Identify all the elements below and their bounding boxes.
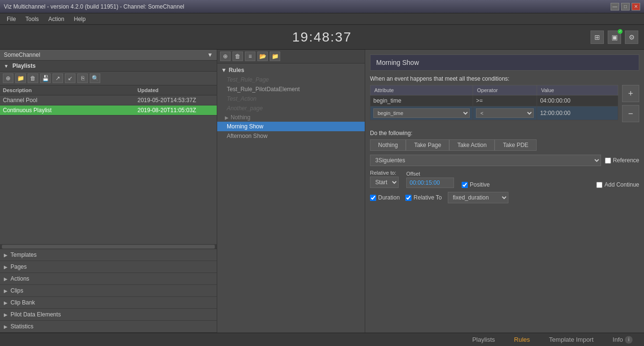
- add-continue-checkbox[interactable]: [596, 182, 602, 188]
- open-folder-button[interactable]: 📁: [15, 73, 26, 83]
- add-remove-buttons: + −: [622, 85, 639, 122]
- sidebar-item-actions[interactable]: ▶ Actions: [0, 273, 217, 285]
- delete-rule-button[interactable]: 🗑: [232, 52, 243, 61]
- tab-take-action[interactable]: Take Action: [449, 139, 495, 151]
- nothing-label: Nothing: [231, 114, 250, 121]
- attr-cell[interactable]: begin_time: [370, 106, 473, 120]
- op-cell: >=: [473, 95, 537, 106]
- left-panel: SomeChannel ▼ ▼ Playlists ⊕ 📁 🗑 💾 ↗ ↙ ⎘ …: [0, 50, 217, 333]
- tree-item-morning-show[interactable]: Morning Show: [217, 122, 365, 131]
- menu-help[interactable]: Help: [69, 15, 91, 23]
- offset-group: Offset: [406, 171, 454, 188]
- operator-select[interactable]: < >=: [476, 108, 534, 118]
- close-button[interactable]: ✕: [632, 3, 640, 10]
- bottom-tab-playlists[interactable]: Playlists: [468, 335, 499, 344]
- duration-checkbox[interactable]: [370, 195, 376, 201]
- tab-take-pde[interactable]: Take PDE: [495, 139, 536, 151]
- delete-playlist-button[interactable]: 🗑: [28, 73, 38, 83]
- sidebar-item-templates[interactable]: ▶ Templates: [0, 249, 217, 261]
- sidebar-item-pages[interactable]: ▶ Pages: [0, 261, 217, 273]
- offset-input[interactable]: [406, 178, 454, 188]
- horizontal-scrollbar[interactable]: [0, 244, 217, 249]
- tree-item-another-page[interactable]: Another_page: [217, 104, 365, 113]
- copy-button[interactable]: ⎘: [77, 73, 88, 83]
- tree-item-test-action[interactable]: Test_Action: [217, 94, 365, 104]
- sidebar-item-clip-bank[interactable]: ▶ Clip Bank: [0, 297, 217, 309]
- table-row[interactable]: begin_time < >= 12:00:00:00: [370, 106, 618, 120]
- positive-checkbox[interactable]: [462, 182, 468, 188]
- open-rules-button[interactable]: 📂: [257, 52, 268, 61]
- sidebar-item-pilot-data-elements[interactable]: ▶ Pilot Data Elements: [0, 309, 217, 321]
- col-operator: Operator: [473, 85, 537, 95]
- tree-item-test-rule-page[interactable]: Test_Rule_Page: [217, 75, 365, 84]
- monitor-icon[interactable]: ▣✓: [608, 31, 621, 44]
- arrow-icon: ▶: [4, 312, 8, 317]
- import-button[interactable]: ↙: [65, 73, 75, 83]
- tree-item-afternoon-show[interactable]: Afternoon Show: [217, 131, 365, 141]
- bottom-tab-info[interactable]: Info i: [609, 335, 636, 345]
- playlists-section: ▼ Playlists ⊕ 📁 🗑 💾 ↗ ↙ ⎘ 🔍 Description …: [0, 61, 217, 249]
- sidebar-item-statistics[interactable]: ▶ Statistics: [0, 321, 217, 333]
- op-cell[interactable]: < >=: [473, 106, 537, 120]
- channel-name: SomeChannel: [4, 52, 40, 58]
- do-following-label: Do the following:: [370, 130, 639, 136]
- menu-action[interactable]: Action: [43, 15, 69, 23]
- list-item[interactable]: Continuous Playlist 2019-08-20T11:05:03Z: [0, 105, 217, 115]
- export-button[interactable]: ↗: [53, 73, 63, 83]
- new-playlist-button[interactable]: ⊕: [3, 73, 13, 83]
- new-rule-button[interactable]: ⊕: [220, 52, 231, 61]
- save-rules-button[interactable]: 📁: [270, 52, 280, 61]
- attribute-select[interactable]: begin_time: [373, 108, 470, 118]
- duration-row: Duration Relative To fixed_duration vari…: [370, 192, 639, 203]
- bottom-tab-template-import[interactable]: Template Import: [545, 335, 597, 344]
- playlists-header[interactable]: ▼ Playlists: [0, 61, 217, 72]
- tree-nothing-item[interactable]: ▶ Nothing: [217, 113, 365, 122]
- col-value: Value: [537, 85, 618, 95]
- duration-type-select[interactable]: fixed_duration variable_duration: [448, 192, 508, 203]
- relative-to-checkbox[interactable]: [405, 195, 412, 201]
- menu-tools[interactable]: Tools: [21, 15, 43, 23]
- conditions-table: Attribute Operator Value begin_time >= 0…: [370, 85, 618, 120]
- search-button[interactable]: 🔍: [90, 73, 100, 83]
- col-description: Description: [3, 86, 137, 94]
- gear-icon[interactable]: ⚙: [625, 31, 638, 44]
- conditions-table-wrap: Attribute Operator Value begin_time >= 0…: [370, 85, 618, 120]
- tree-item-test-rule-pilot[interactable]: Test_Rule_PilotDataElement: [217, 84, 365, 94]
- playlists-collapse-icon: ▼: [4, 63, 9, 69]
- minimize-button[interactable]: —: [611, 3, 619, 10]
- playlist-name: Channel Pool: [3, 97, 137, 104]
- relative-to-check-label: Relative To: [405, 194, 442, 201]
- sidebar-item-clips[interactable]: ▶ Clips: [0, 285, 217, 297]
- bottom-tab-rules[interactable]: Rules: [510, 335, 534, 344]
- action-dropdown-row: 3Siguientes Reference: [370, 155, 639, 166]
- arrow-icon: ▶: [4, 300, 8, 305]
- arrow-icon: ▶: [4, 264, 8, 270]
- relative-to-select[interactable]: Start End: [370, 177, 399, 188]
- list-view-button[interactable]: ≡: [245, 52, 255, 61]
- maximize-button[interactable]: □: [621, 3, 630, 10]
- action-tabs: Nothing Take Page Take Action Take PDE: [370, 139, 639, 151]
- reference-checkbox[interactable]: [605, 157, 611, 164]
- save-playlist-button[interactable]: 💾: [40, 73, 51, 83]
- left-bottom-sections: ▶ Templates ▶ Pages ▶ Actions ▶ Clips ▶ …: [0, 249, 217, 333]
- val-cell: 12:00:00:00: [537, 106, 618, 120]
- conditions-section: When an event happens that meet all thes…: [370, 75, 639, 122]
- info-label: Info: [612, 336, 623, 343]
- grid-icon[interactable]: ⊞: [591, 31, 604, 44]
- channel-selector[interactable]: SomeChannel ▼: [0, 50, 217, 61]
- header-icons: ⊞ ▣✓ ⚙: [591, 31, 638, 44]
- list-item[interactable]: Channel Pool 2019-05-20T14:53:37Z: [0, 95, 217, 105]
- playlist-name: Continuous Playlist: [3, 107, 137, 114]
- menu-file[interactable]: File: [2, 15, 21, 23]
- action-dropdown[interactable]: 3Siguientes: [370, 155, 601, 166]
- section-label: Pilot Data Elements: [11, 311, 61, 318]
- menu-bar: File Tools Action Help: [0, 13, 644, 25]
- channel-dropdown-icon[interactable]: ▼: [207, 52, 213, 58]
- arrow-icon: ▶: [4, 288, 8, 294]
- rules-section-header[interactable]: ▼ Rules: [217, 65, 365, 75]
- tab-take-page[interactable]: Take Page: [406, 139, 449, 151]
- middle-panel: ⊕ 🗑 ≡ 📂 📁 ▼ Rules Test_Rule_Page Test_Ru…: [217, 50, 365, 333]
- tab-nothing[interactable]: Nothing: [370, 139, 406, 151]
- remove-condition-button[interactable]: −: [622, 105, 639, 122]
- add-condition-button[interactable]: +: [622, 85, 639, 102]
